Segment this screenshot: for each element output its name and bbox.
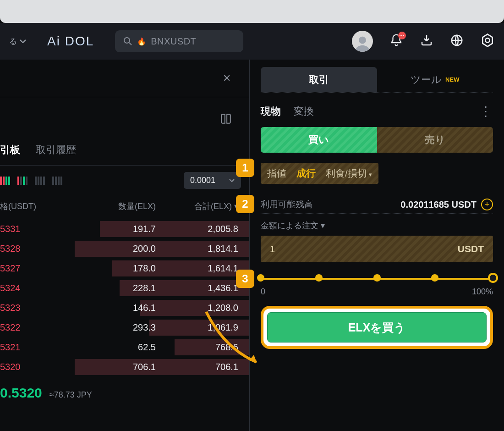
annotation-1: 1 [236,159,254,177]
orderbook-panel: ✕ 引板 取引履歴 [0,60,250,431]
row-qty: 62.5 [64,342,156,353]
nav-dropdown[interactable]: る [9,36,26,47]
download-icon [420,33,433,47]
notification-badge: ••• [398,32,406,39]
col-total: 合計(ELX) ▾ [156,201,238,212]
search-emoji: 🔥 [137,37,146,46]
view-mode-bids[interactable] [35,177,45,185]
last-price-row: 0.5320 ≈78.73 JPY [0,377,249,401]
gear-icon [480,33,495,48]
deposit-icon[interactable]: + [481,199,493,210]
svg-point-5 [485,38,489,42]
notifications-button[interactable]: ••• [389,33,403,49]
row-qty: 200.0 [64,243,156,254]
row-qty: 293.3 [64,322,156,333]
buy-sell-toggle: 買い 売り [261,127,493,153]
amount-value: 1 [270,244,275,254]
view-mode-split[interactable] [17,177,27,185]
row-qty: 228.1 [64,283,156,293]
settings-button[interactable] [480,33,495,50]
svg-point-0 [124,38,130,43]
chevron-down-icon [20,39,26,43]
row-total: 1,208.0 [156,303,238,313]
row-total: 768.6 [156,342,238,353]
spot-convert-row: 現物 変換 ⋮ [261,93,493,127]
orderbook-row[interactable]: 5327178.01,614.1 [0,259,249,278]
depth-value: 0.0001 [190,176,215,185]
trade-panel: 取引 ツール NEW 現物 変換 ⋮ 買い 売り 指値 成行 利食/損切▾ 利用… [250,60,504,431]
row-qty: 178.0 [64,263,156,274]
buy-button-highlight: ELXを買う [261,306,493,349]
search-input[interactable]: 🔥 BNXUSDT [115,30,243,52]
slider-max: 100% [472,287,493,297]
row-price: 5328 [0,243,64,254]
order-type-market[interactable]: 成行 [296,167,316,180]
download-button[interactable] [420,33,433,49]
book-icon[interactable] [220,113,232,127]
row-price: 5320 [0,362,64,372]
tab-spot[interactable]: 現物 [261,105,281,118]
tab-trade[interactable]: 取引 [261,67,377,92]
language-button[interactable] [450,33,464,49]
col-qty: 数量(ELX) [64,201,156,212]
browser-chrome [0,0,504,23]
percent-slider[interactable]: 0 100% [261,278,493,297]
order-type-stop[interactable]: 利食/損切▾ [326,167,372,180]
view-mode-both[interactable] [0,177,10,185]
order-by-dropdown[interactable]: 金額による注文 ▾ [261,220,493,231]
amount-unit: USDT [458,243,484,254]
row-total: 2,005.8 [156,224,238,234]
row-qty: 706.1 [64,362,156,372]
order-type-tabs: 指値 成行 利食/損切▾ [261,163,378,184]
orderbook-row[interactable]: 5331191.72,005.8 [0,219,249,239]
trade-tabs: 取引 ツール NEW [261,67,493,93]
slider-min: 0 [261,287,265,297]
col-price: 格(USDT) [0,201,64,212]
last-price: 0.5320 [0,385,42,401]
row-total: 706.1 [156,362,238,372]
buy-button[interactable]: ELXを買う [267,312,487,343]
search-icon [123,37,132,46]
tab-tools[interactable]: ツール NEW [377,67,493,92]
view-mode-asks[interactable] [52,177,62,185]
tab-orderbook[interactable]: 引板 [0,143,20,157]
row-total: 1,061.9 [156,322,238,333]
sell-toggle[interactable]: 売り [377,127,493,153]
orderbook-headers: 格(USDT) 数量(ELX) 合計(ELX) ▾ [0,195,249,219]
search-pair-text: BNXUSDT [151,36,196,47]
order-type-limit[interactable]: 指値 [267,167,286,180]
tab-convert[interactable]: 変換 [294,105,314,118]
more-menu-icon[interactable]: ⋮ [479,104,493,119]
logo[interactable]: Ai DOL [47,34,94,49]
close-icon[interactable]: ✕ [223,72,231,84]
row-price: 5322 [0,322,64,333]
row-total: 1,436.1 [156,283,238,293]
buy-toggle[interactable]: 買い [261,127,377,153]
row-price: 5323 [0,303,64,313]
orderbook-row[interactable]: 5328200.01,814.1 [0,239,249,259]
balance-row: 利用可能残高 0.02011685 USDT + [261,199,493,214]
row-total: 1,614.1 [156,263,238,274]
tab-history[interactable]: 取引履歴 [36,143,76,157]
user-icon [354,34,371,52]
top-bar: る Ai DOL 🔥 BNXUSDT ••• [0,23,504,60]
orderbook-row[interactable]: 5323146.11,208.0 [0,298,249,318]
orderbook-row[interactable]: 5322293.31,061.9 [0,318,249,337]
orderbook-row[interactable]: 532162.5768.6 [0,337,249,357]
amount-input[interactable]: 1 USDT [261,236,493,262]
svg-line-1 [129,43,131,45]
orderbook-row[interactable]: 5320706.1706.1 [0,357,249,377]
orderbook-row[interactable]: 5324228.11,436.1 [0,278,249,298]
avatar[interactable] [352,31,373,52]
svg-marker-4 [482,34,492,47]
row-price: 5331 [0,224,64,234]
row-price: 5324 [0,283,64,293]
chevron-down-icon [229,179,235,182]
orderbook-rows: 5331191.72,005.85328200.01,814.15327178.… [0,219,249,377]
svg-point-2 [359,37,366,44]
orderbook-tabs: 引板 取引履歴 [0,143,249,166]
row-price: 5321 [0,342,64,353]
nav-dropdown-label: る [9,36,17,47]
annotation-3: 3 [236,270,254,288]
depth-select[interactable]: 0.0001 [184,172,241,189]
